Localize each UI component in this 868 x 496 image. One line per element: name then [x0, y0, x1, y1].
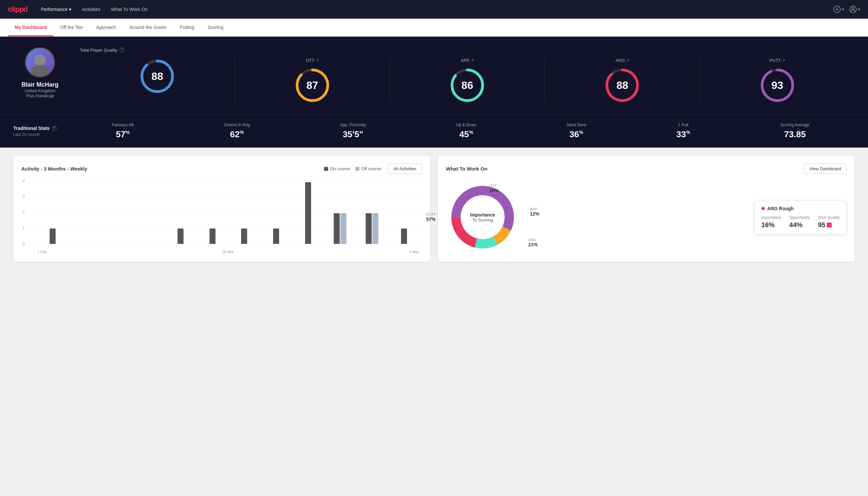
all-activities-button[interactable]: All Activities [388, 164, 422, 174]
score-app: APP ↗ 86 [390, 58, 545, 104]
donut-center: Importance To Scoring [470, 212, 495, 222]
player-country: United Kingdom [25, 88, 56, 93]
score-arg: ARG ↗ 88 [545, 58, 700, 104]
app-logo[interactable]: clippd [8, 5, 28, 14]
tab-approach[interactable]: Approach [89, 19, 123, 36]
svg-point-2 [852, 7, 854, 10]
legend-on-dot [324, 167, 328, 171]
bar-group-6 [229, 229, 260, 244]
svg-point-3 [34, 55, 46, 66]
stat-1-putt: 1 Putt 33% [676, 123, 690, 140]
tooltip-title: ARG Rough [761, 206, 840, 211]
x-labels: 7 Feb 28 Mar 9 May [35, 250, 422, 254]
x-label-feb: 7 Feb [37, 250, 47, 254]
bar-group-9 [325, 213, 356, 244]
main-content: Activity - 3 Months - Weekly On course O… [0, 148, 868, 270]
stat-greens-in-reg: Greens In Reg 62% [224, 123, 250, 140]
donut-chart: Importance To Scoring [446, 181, 519, 254]
activity-chart-area: 4 3 2 1 0 7 Feb 28 Mar 9 May [21, 181, 422, 254]
bar-group-4 [165, 229, 196, 244]
score-putt: PUTT ↗ 93 [700, 58, 855, 104]
donut-label-ott: OTT 10% [489, 184, 499, 193]
score-ott-value: 87 [306, 79, 318, 92]
top-nav: clippd Performance ▾ Activities What To … [0, 0, 868, 19]
work-card-title: What To Work On [446, 166, 487, 172]
score-circles: 88 OTT ↗ 87 [80, 58, 855, 104]
tooltip-card: ARG Rough Importance 16% Opportunity 44%… [754, 200, 847, 234]
tpq-label: Total Player Quality ? [80, 47, 855, 52]
stat-fairways-hit: Fairways Hit 57% [112, 123, 133, 140]
bar-on-9 [334, 213, 340, 244]
user-menu[interactable]: ▾ [849, 6, 860, 13]
bar-on-11 [401, 229, 407, 244]
nav-performance[interactable]: Performance ▾ [41, 7, 71, 12]
tab-bar: My Dashboard Off the Tee Approach Around… [0, 19, 868, 37]
x-label-may: 9 May [409, 250, 419, 254]
stat-app-proximity: App. Proximity 35'5" [340, 123, 366, 140]
work-card: What To Work On View Dashboard PUTT 57% [438, 156, 855, 262]
tab-putting[interactable]: Putting [173, 19, 201, 36]
tab-scoring[interactable]: Scoring [201, 19, 230, 36]
bar-on-0 [50, 229, 56, 244]
traditional-stats-label: Traditional Stats ? [13, 126, 67, 131]
tab-off-the-tee[interactable]: Off the Tee [53, 19, 89, 36]
bar-group-7 [261, 229, 291, 244]
tab-around-the-green[interactable]: Around the Green [123, 19, 173, 36]
stats-label-section: Traditional Stats ? Last 20 rounds [13, 126, 67, 137]
score-overall: 88 [80, 58, 235, 104]
nav-what-to-work-on[interactable]: What To Work On [111, 7, 147, 12]
putt-label: PUTT ↗ [769, 58, 785, 63]
tooltip-dot [761, 207, 765, 210]
scores-section: Total Player Quality ? 88 [80, 47, 855, 104]
profile-section: Blair McHarg United Kingdom Plus Handica… [13, 47, 67, 98]
chart-legend: On course Off course [324, 166, 381, 171]
stats-sublabel: Last 20 rounds [13, 132, 67, 137]
bar-off-10 [373, 213, 378, 244]
donut-label-putt: PUTT 57% [426, 213, 436, 222]
tab-my-dashboard[interactable]: My Dashboard [8, 19, 53, 36]
avatar [25, 47, 55, 77]
score-arg-value: 88 [617, 79, 629, 92]
tooltip-stat-importance: Importance 16% [761, 215, 782, 229]
donut-center-sub: To Scoring [470, 218, 495, 222]
work-card-header: What To Work On View Dashboard [446, 164, 847, 174]
tpq-help[interactable]: ? [119, 47, 125, 52]
player-name: Blair McHarg [21, 81, 58, 88]
bar-on-7 [273, 229, 279, 244]
circle-overall: 88 [139, 58, 175, 95]
bar-group-0 [37, 229, 68, 244]
score-overall-value: 88 [151, 70, 163, 83]
donut-label-app: APP 12% [530, 207, 539, 217]
bar-on-8 [305, 182, 311, 244]
activity-card: Activity - 3 Months - Weekly On course O… [13, 156, 430, 262]
bar-group-11 [389, 229, 419, 244]
view-dashboard-button[interactable]: View Dashboard [804, 164, 847, 174]
tooltip-stat-shot-quality: Shot Quality 95 ↓ [818, 215, 840, 229]
donut-label-arg: ARG 21% [528, 238, 538, 247]
bar-on-4 [177, 229, 184, 244]
circle-arg: 88 [604, 67, 641, 104]
stats-row: Traditional Stats ? Last 20 rounds Fairw… [0, 114, 868, 148]
circle-putt: 93 [759, 67, 796, 104]
activity-chart-title: Activity - 3 Months - Weekly [21, 166, 87, 172]
stats-help-icon[interactable]: ? [52, 126, 57, 131]
app-label: APP ↗ [461, 58, 474, 63]
donut-section: PUTT 57% [446, 181, 847, 254]
down-badge: ↓ [827, 222, 832, 228]
hero-section: Blair McHarg United Kingdom Plus Handica… [0, 37, 868, 114]
add-button[interactable]: ▾ [833, 6, 844, 13]
circle-app: 86 [449, 67, 486, 104]
x-label-mar: 28 Mar [222, 250, 234, 254]
nav-activities[interactable]: Activities [82, 7, 100, 12]
stat-up-and-down: Up & Down 45% [456, 123, 476, 140]
stat-sand-save: Sand Save 36% [567, 123, 586, 140]
stats-items: Fairways Hit 57% Greens In Reg 62% App. … [67, 123, 855, 140]
activity-card-header: Activity - 3 Months - Weekly On course O… [21, 164, 422, 174]
bar-on-5 [209, 229, 216, 244]
ott-label: OTT ↗ [306, 58, 319, 63]
bars-container [35, 181, 422, 244]
legend-off-dot [356, 167, 359, 171]
bar-group-10 [357, 213, 388, 244]
tooltip-stats: Importance 16% Opportunity 44% Shot Qual… [761, 215, 840, 229]
score-ott: OTT ↗ 87 [235, 58, 390, 104]
